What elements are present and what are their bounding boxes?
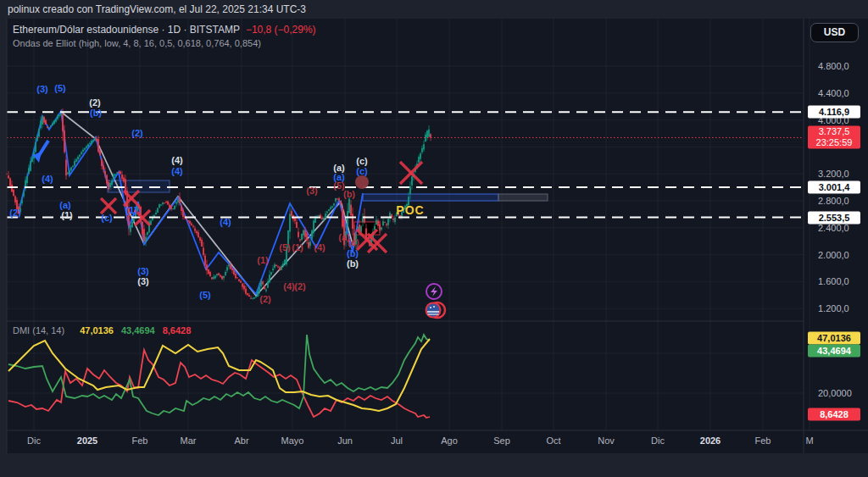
price-axis-tick[interactable]: 4.400,0 (818, 88, 849, 98)
elliott-wave-label: (4) (171, 166, 182, 176)
time-axis-tick[interactable]: Ago (441, 435, 458, 446)
last-price-value: 3.737,5 (808, 126, 860, 137)
elliott-wave-label: (5) (279, 242, 290, 252)
time-axis-tick[interactable]: Jun (337, 435, 353, 446)
tradingview-chart-window: polinux creado con TradingView.com, el J… (0, 0, 868, 477)
price-axis-tick[interactable]: 2.400,0 (818, 223, 849, 233)
symbol-legend[interactable]: Ethereum/Dólar estadounidense · 1D · BIT… (13, 24, 316, 36)
elliott-wave-label: (2) (9, 208, 20, 218)
elliott-wave-label: (a) (333, 172, 344, 182)
currency-toggle-button[interactable]: USD (810, 23, 859, 42)
price-change: −10,8 (−0,29%) (246, 24, 316, 36)
elliott-wave-label: (1) (257, 255, 268, 265)
time-axis-tick[interactable]: Dic (27, 435, 41, 446)
time-axis-tick[interactable]: Jul (391, 435, 403, 446)
time-axis-tick[interactable]: Mayo (281, 435, 304, 446)
dmi-legend-value: 8,6428 (163, 325, 192, 336)
time-axis-tick[interactable]: Dic (651, 435, 665, 446)
elliott-wave-label: (3) (36, 84, 47, 94)
elliott-wave-label: (4) (171, 155, 182, 165)
last-price-badge: 3.737,523:25:59 (808, 126, 860, 149)
price-axis-tick[interactable]: 1.200,0 (818, 303, 849, 313)
poc-annotation: POC (396, 203, 424, 217)
elliott-wave-label: (c) (356, 166, 367, 176)
time-axis-tick[interactable]: 2026 (700, 435, 721, 446)
dmi-values: 47,013643,46948,6428 (72, 325, 191, 336)
symbol-title[interactable]: Ethereum/Dólar estadounidense · 1D · BIT… (13, 24, 240, 36)
dmi-legend-value: 47,0136 (80, 325, 114, 336)
elliott-wave-label: (c) (101, 213, 112, 223)
elliott-wave-label: (3) (137, 266, 148, 276)
elliott-wave-label: (4) (283, 281, 294, 291)
time-axis-tick[interactable]: Oct (546, 435, 560, 446)
price-axis-tick[interactable]: 3.200,0 (818, 169, 849, 179)
time-axis-tick[interactable]: Abr (234, 435, 248, 446)
price-level-badge: 4.116,9 (808, 106, 860, 119)
elliott-wave-label: (1) (292, 242, 303, 252)
time-axis-tick[interactable]: M (805, 435, 813, 446)
price-axis-tick[interactable]: 2.800,0 (818, 196, 849, 206)
dmi-value-badge: 8,6428 (808, 408, 860, 421)
elliott-wave-label: (5) (199, 290, 210, 300)
elliott-wave-label: (b) (347, 248, 359, 258)
elliott-wave-label: (3) (306, 186, 317, 196)
indicator-legend-dmi[interactable]: DMI (14, 14)47,013643,46948,6428 (13, 325, 191, 336)
elliott-wave-label: (5) (54, 83, 65, 93)
price-axis-tick[interactable]: 4.800,0 (818, 61, 849, 71)
price-level-badge: 2.553,5 (808, 211, 860, 224)
indicator-legend-elliott[interactable]: Ondas de Elliot (high, low, 4, 8, 16, 0,… (13, 38, 261, 48)
bar-countdown: 23:25:59 (808, 137, 860, 148)
dmi-title: DMI (14, 14) (13, 325, 64, 336)
elliott-wave-label: (4) (42, 174, 53, 184)
time-axis-tick[interactable]: Mar (181, 435, 197, 446)
elliott-wave-label: (2) (294, 281, 305, 291)
elliott-wave-label: (4) (314, 242, 325, 252)
dmi-value-badge: 43,4694 (808, 345, 860, 358)
price-axis-tick[interactable]: 2.000,0 (818, 250, 849, 260)
price-level-badge: 3.001,4 (808, 180, 860, 193)
elliott-wave-label: (1) (61, 210, 72, 220)
bottom-toolbar: TradingView (0, 453, 868, 477)
elliott-wave-label: (b) (90, 108, 102, 118)
time-axis-tick[interactable]: Feb (755, 435, 771, 446)
dmi-axis-tick[interactable]: 20,0000 (818, 388, 852, 398)
dmi-value-badge: 47,0136 (808, 332, 860, 345)
elliott-wave-label: (3) (137, 276, 148, 286)
time-axis-tick[interactable]: Feb (132, 435, 148, 446)
elliott-wave-label: (c) (348, 237, 359, 247)
elliott-wave-label: (1) (125, 205, 136, 215)
elliott-wave-label: (b) (343, 189, 355, 199)
price-axis-tick[interactable]: 1.600,0 (818, 276, 849, 286)
elliott-wave-label: (2) (89, 97, 100, 108)
time-axis-tick[interactable]: 2025 (77, 435, 97, 446)
chart-canvas[interactable] (0, 0, 868, 477)
elliott-wave-label: (a) (59, 200, 70, 210)
elliott-wave-label: (2) (259, 294, 270, 304)
time-axis-tick[interactable]: Nov (598, 435, 615, 446)
time-axis-tick[interactable]: Sep (493, 435, 510, 446)
elliott-wave-label: (b) (347, 258, 359, 269)
elliott-wave-label: (c) (356, 156, 367, 166)
elliott-wave-label: (4) (220, 217, 231, 227)
elliott-wave-label: (2) (131, 128, 142, 138)
dmi-legend-value: 43,4694 (121, 325, 155, 336)
watermark-top-bar: polinux creado con TradingView.com, el J… (0, 0, 868, 19)
